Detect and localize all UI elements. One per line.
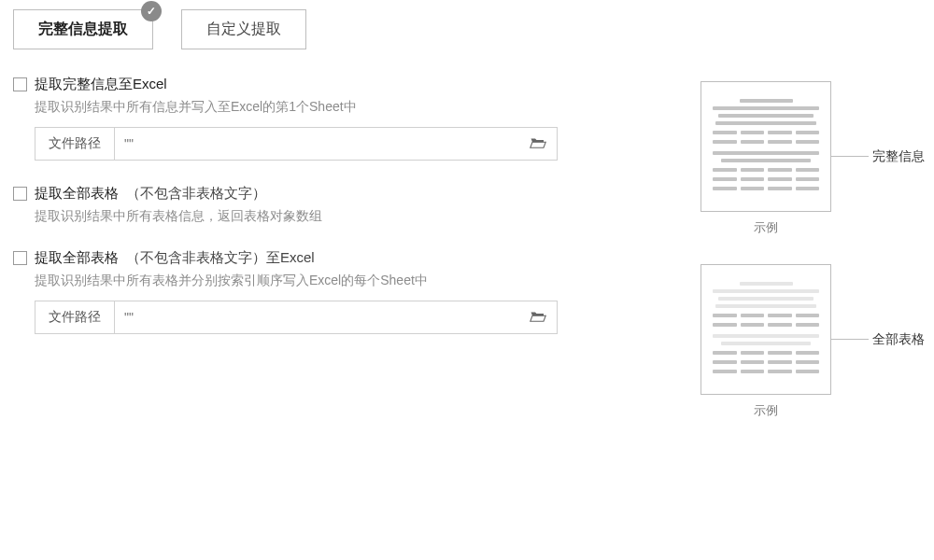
file-path-label: 文件路径 xyxy=(35,128,115,160)
option-description: 提取识别结果中所有表格信息，返回表格对象数组 xyxy=(35,208,611,225)
browse-folder-button[interactable] xyxy=(519,301,557,333)
tab-custom-extract[interactable]: 自定义提取 xyxy=(181,9,306,49)
option-title: 提取完整信息至Excel xyxy=(35,76,167,93)
folder-open-icon xyxy=(530,136,546,152)
file-path-label: 文件路径 xyxy=(35,301,115,333)
option-extract-tables-excel: 提取全部表格 （不包含非表格文字）至Excel 提取识别结果中所有表格并分别按索… xyxy=(13,249,611,334)
tabs: 完整信息提取 ✓ 自定义提取 xyxy=(13,9,921,49)
option-extract-full-excel: 提取完整信息至Excel 提取识别结果中所有信息并写入至Excel的第1个She… xyxy=(13,76,611,161)
tab-full-extract[interactable]: 完整信息提取 ✓ xyxy=(13,9,153,49)
tab-custom-label: 自定义提取 xyxy=(206,21,281,36)
option-description: 提取识别结果中所有信息并写入至Excel的第1个Sheet中 xyxy=(35,99,611,116)
checkbox-extract-tables-excel[interactable] xyxy=(13,251,27,265)
check-icon: ✓ xyxy=(141,1,162,21)
option-title: 提取全部表格 xyxy=(35,185,119,203)
example-caption: 示例 xyxy=(630,402,902,419)
callout-tables: 全部表格 xyxy=(872,331,925,348)
folder-open-icon xyxy=(530,310,546,326)
file-path-row: 文件路径 xyxy=(35,127,558,161)
checkbox-extract-full-excel[interactable] xyxy=(13,77,27,91)
option-title-hint: （不包含非表格文字） xyxy=(126,185,266,203)
option-description: 提取识别结果中所有表格并分别按索引顺序写入Excel的每个Sheet中 xyxy=(35,273,611,289)
file-path-row: 文件路径 xyxy=(35,301,558,334)
option-title: 提取全部表格 xyxy=(35,249,119,267)
example-tables: 全部表格 示例 xyxy=(630,264,902,419)
option-extract-tables: 提取全部表格 （不包含非表格文字） 提取识别结果中所有表格信息，返回表格对象数组 xyxy=(13,185,611,225)
example-caption: 示例 xyxy=(630,219,902,236)
checkbox-extract-tables[interactable] xyxy=(13,187,27,201)
option-title-hint: （不包含非表格文字）至Excel xyxy=(126,249,315,267)
callout-full-info: 完整信息 xyxy=(872,148,925,165)
file-path-input[interactable] xyxy=(115,128,519,160)
file-path-input[interactable] xyxy=(115,301,519,333)
example-full-info: 完整信息 示例 xyxy=(630,81,902,236)
browse-folder-button[interactable] xyxy=(519,128,557,160)
document-preview-icon xyxy=(700,264,831,395)
tab-full-label: 完整信息提取 xyxy=(38,21,128,36)
document-preview-icon xyxy=(700,81,831,212)
